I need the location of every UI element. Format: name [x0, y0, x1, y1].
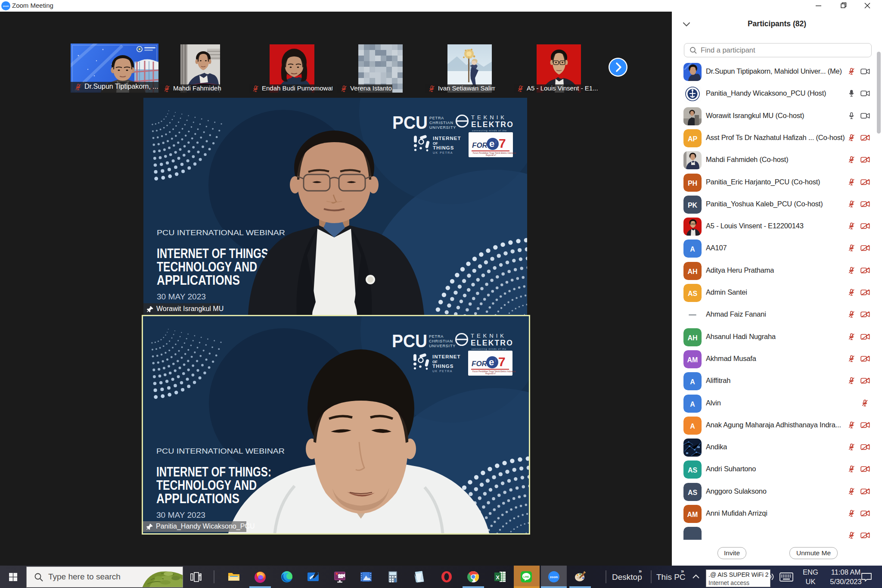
svg-text:AS: AS	[688, 290, 698, 297]
svg-text:CHRISTIAN: CHRISTIAN	[429, 339, 453, 343]
svg-text:INTERNET: INTERNET	[433, 136, 461, 141]
svg-text:APPLICATIONS: APPLICATIONS	[156, 491, 239, 506]
svg-text:ELEKTRO: ELEKTRO	[471, 339, 513, 347]
svg-text:A: A	[690, 400, 695, 408]
svg-text:UNIVERSITY: UNIVERSITY	[429, 125, 456, 130]
svg-text:connecting minds of the: connecting minds of the	[472, 348, 506, 350]
svg-text:AM: AM	[687, 511, 698, 518]
svg-text:UK PETRA: UK PETRA	[432, 370, 453, 373]
svg-text:FOR: FOR	[472, 141, 488, 149]
svg-text:TEKNIK: TEKNIK	[471, 333, 506, 339]
svg-text:ELEKTRO: ELEKTRO	[471, 120, 514, 129]
svg-text:FOR: FOR	[472, 360, 488, 368]
svg-text:7: 7	[498, 355, 506, 369]
svg-text:TEKNIK: TEKNIK	[471, 114, 507, 121]
svg-text:PCU INTERNATIONAL WEBINAR: PCU INTERNATIONAL WEBINAR	[156, 447, 285, 455]
svg-text:i: i	[495, 139, 497, 144]
svg-text:CHRISTIAN: CHRISTIAN	[429, 121, 453, 125]
svg-text:AP: AP	[688, 135, 698, 142]
svg-text:UK PETRA: UK PETRA	[433, 151, 453, 154]
svg-text:THINGS: THINGS	[433, 145, 454, 150]
svg-text:connecting minds of the: connecting minds of the	[472, 129, 507, 132]
svg-text:i: i	[495, 358, 496, 363]
svg-text:INTERNET: INTERNET	[432, 354, 461, 359]
svg-text:zoom: zoom	[3, 5, 9, 7]
svg-text:PK: PK	[688, 201, 698, 208]
svg-text:TECHNOLOGY AND: TECHNOLOGY AND	[157, 259, 257, 274]
svg-text:AH: AH	[687, 334, 697, 341]
svg-text:e: e	[489, 138, 494, 149]
svg-text:Regional e7: Regional e7	[486, 154, 497, 156]
svg-text:e: e	[489, 357, 494, 367]
svg-text:AH: AH	[687, 268, 697, 275]
svg-text:PCU INTERNATIONAL WEBINAR: PCU INTERNATIONAL WEBINAR	[157, 229, 285, 237]
svg-text:30 MAY 2023: 30 MAY 2023	[157, 292, 206, 301]
svg-text:zoom: zoom	[550, 576, 558, 579]
svg-text:TECHNOLOGY AND: TECHNOLOGY AND	[156, 478, 257, 492]
svg-text:PETRA: PETRA	[429, 116, 444, 120]
svg-text:X: X	[496, 574, 500, 581]
svg-text:PETRA: PETRA	[429, 334, 444, 339]
svg-text:PCU: PCU	[392, 112, 428, 133]
svg-text:AM: AM	[687, 356, 698, 363]
svg-text:A: A	[690, 246, 695, 253]
svg-text:PCU: PCU	[392, 331, 427, 351]
svg-text:7: 7	[499, 136, 506, 150]
svg-text:AS: AS	[688, 488, 698, 496]
svg-text:A: A	[690, 378, 695, 386]
svg-text:INTERNET OF THINGS:: INTERNET OF THINGS:	[156, 464, 271, 479]
svg-text:UNIVERSITY: UNIVERSITY	[429, 344, 456, 348]
svg-text:APPLICATIONS: APPLICATIONS	[157, 273, 240, 287]
svg-text:AS: AS	[688, 467, 698, 474]
svg-text:THINGS: THINGS	[432, 364, 453, 369]
svg-text:INTERNET OF THINGS:: INTERNET OF THINGS:	[157, 246, 272, 261]
svg-text:LINE: LINE	[523, 576, 529, 578]
svg-text:Regional e7: Regional e7	[485, 373, 496, 375]
svg-text:A: A	[690, 422, 695, 429]
svg-text:30 MAY 2023: 30 MAY 2023	[156, 510, 205, 520]
svg-text:PH: PH	[688, 179, 697, 187]
